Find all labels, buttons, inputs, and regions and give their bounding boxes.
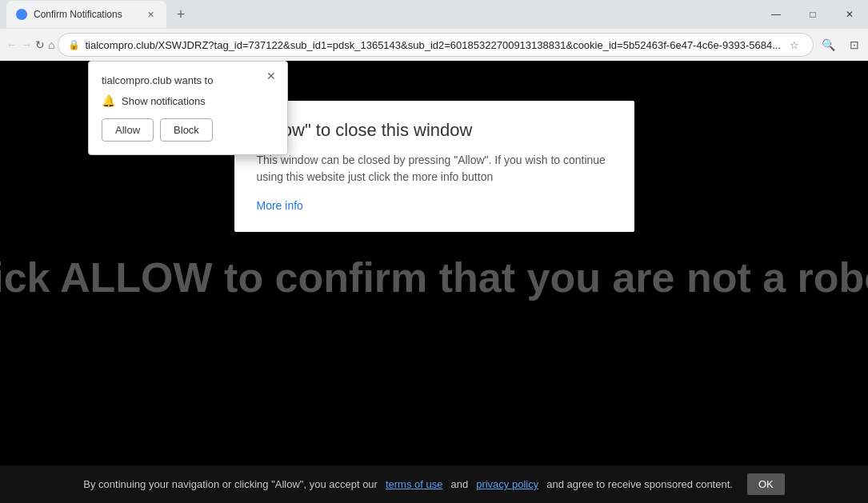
privacy-link[interactable]: privacy policy: [476, 478, 538, 490]
content-box-body: This window can be closed by pressing "A…: [257, 152, 612, 186]
refresh-button[interactable]: ↻: [35, 33, 45, 57]
bookmark-icon[interactable]: ☆: [786, 36, 803, 54]
address-right-icons: ☆: [786, 36, 803, 54]
tab-search-button[interactable]: ⊡: [842, 33, 866, 57]
page-content: ✕ tialcompro.club wants to 🔔 Show notifi…: [0, 61, 868, 503]
back-button[interactable]: ←: [6, 33, 18, 57]
popup-notification-label: Show notifications: [122, 95, 206, 107]
bell-icon: 🔔: [102, 94, 115, 107]
toolbar-right: 🔍 ⊡ 🧩 A ⋮: [817, 33, 868, 57]
address-bar-row: ← → ↻ ⌂ 🔒 tialcompro.club/XSWJDRZ?tag_id…: [0, 29, 868, 61]
address-text: tialcompro.club/XSWJDRZ?tag_id=737122&su…: [85, 39, 781, 51]
block-button[interactable]: Block: [160, 118, 213, 142]
content-box-title: "Allow" to close this window: [257, 120, 612, 141]
more-info-link[interactable]: More info: [257, 199, 303, 212]
bottom-bar-and: and: [450, 478, 468, 490]
bottom-bar: By continuing your navigation or clickin…: [0, 465, 868, 503]
window-controls: — □ ✕: [758, 0, 868, 29]
popup-close-button[interactable]: ✕: [263, 68, 279, 84]
terms-link[interactable]: terms of use: [386, 478, 443, 490]
bottom-bar-text: By continuing your navigation or clickin…: [83, 478, 378, 490]
close-window-button[interactable]: ✕: [831, 0, 868, 29]
active-tab[interactable]: Confirm Notifications ✕: [6, 1, 166, 28]
content-box: "Allow" to close this window This window…: [234, 101, 634, 232]
home-button[interactable]: ⌂: [48, 33, 54, 57]
forward-button[interactable]: →: [21, 33, 32, 57]
maximize-button[interactable]: □: [794, 0, 831, 29]
page-main-text: Click ALLOW to confirm that you are not …: [0, 253, 868, 301]
tab-title: Confirm Notifications: [34, 9, 138, 20]
notification-popup: ✕ tialcompro.club wants to 🔔 Show notifi…: [88, 61, 288, 155]
new-tab-button[interactable]: +: [170, 3, 192, 26]
zoom-button[interactable]: 🔍: [817, 33, 841, 57]
minimize-button[interactable]: —: [758, 0, 794, 29]
popup-title: tialcompro.club wants to: [102, 74, 274, 86]
allow-button[interactable]: Allow: [102, 118, 154, 142]
bottom-bar-end: and agree to receive sponsored content.: [546, 478, 733, 490]
tab-bar: Confirm Notifications ✕ + — □ ✕: [0, 0, 868, 29]
tab-close-button[interactable]: ✕: [144, 8, 157, 21]
address-box[interactable]: 🔒 tialcompro.club/XSWJDRZ?tag_id=737122&…: [58, 33, 814, 57]
browser-chrome: Confirm Notifications ✕ + — □ ✕ ← → ↻ ⌂ …: [0, 0, 868, 61]
popup-notification-row: 🔔 Show notifications: [102, 94, 274, 107]
lock-icon: 🔒: [68, 39, 80, 50]
ok-button[interactable]: OK: [747, 473, 785, 495]
tab-favicon: [16, 9, 27, 20]
popup-buttons: Allow Block: [102, 118, 274, 142]
